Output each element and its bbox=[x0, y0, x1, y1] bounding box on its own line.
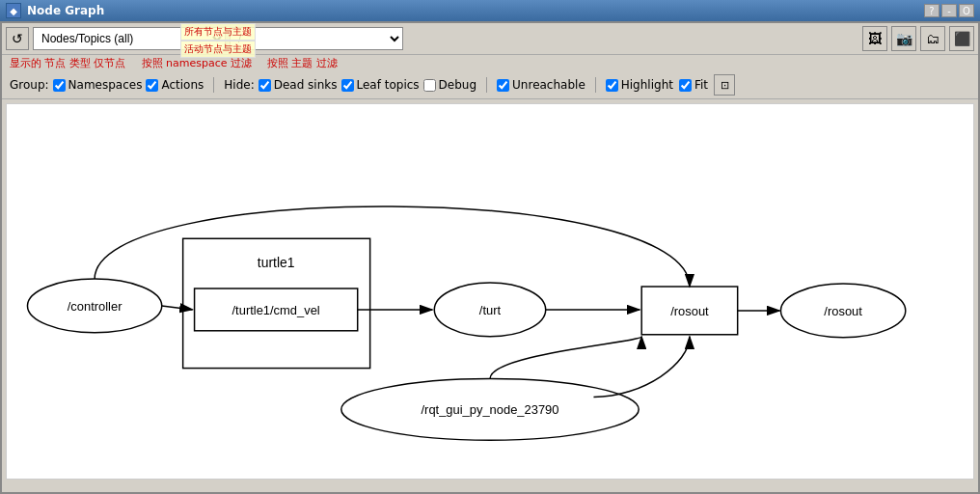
unreachable-checkbox-item[interactable]: Unreachable bbox=[497, 78, 585, 92]
highlight-checkbox[interactable] bbox=[606, 79, 618, 92]
actions-checkbox[interactable] bbox=[146, 79, 158, 92]
toolbar-row2: Group: Namespaces Actions Hide: Dead sin… bbox=[2, 71, 978, 99]
debug-checkbox[interactable] bbox=[423, 79, 436, 92]
fit-checkbox[interactable] bbox=[679, 79, 692, 92]
title-bar: ◆ Node Graph ? - O bbox=[0, 0, 980, 21]
separator3 bbox=[595, 77, 596, 93]
unreachable-checkbox[interactable] bbox=[497, 79, 509, 92]
rqt-gui-label: /rqt_gui_py_node_23790 bbox=[422, 402, 559, 417]
hint-namespace: 按照 namespace 过滤 bbox=[142, 56, 252, 70]
debug-checkbox-item[interactable]: Debug bbox=[423, 78, 476, 92]
hide-section: Hide: Dead sinks Leaf topics Debug bbox=[224, 78, 476, 92]
theme-button[interactable]: ⬛ bbox=[949, 26, 974, 51]
namespaces-checkbox-item[interactable]: Namespaces bbox=[53, 78, 143, 92]
fit-label: Fit bbox=[694, 78, 708, 92]
edge-controller-to-cmd-vel bbox=[162, 306, 193, 310]
hide-label: Hide: bbox=[224, 78, 254, 92]
hint-topic-filter: 按照 主题 过滤 bbox=[267, 56, 338, 70]
window-controls: ? - O bbox=[924, 4, 974, 17]
namespaces-label: Namespaces bbox=[68, 78, 143, 92]
export-button[interactable]: 🗂 bbox=[920, 26, 945, 51]
edge-rqt-to-rosout bbox=[593, 337, 689, 398]
namespaces-checkbox[interactable] bbox=[53, 79, 66, 92]
dead-sinks-checkbox-item[interactable]: Dead sinks bbox=[259, 78, 338, 92]
turt-label: /turt bbox=[479, 303, 502, 317]
dead-sinks-checkbox[interactable] bbox=[259, 79, 271, 92]
graph-area[interactable]: turtle1 /controller /turtle1/cmd_vel /tu… bbox=[6, 103, 974, 480]
group-label: Group: bbox=[10, 78, 49, 92]
refresh-button[interactable]: ↺ bbox=[6, 27, 29, 50]
turtle1-cmd-vel-label: /turtle1/cmd_vel bbox=[232, 303, 320, 317]
help-button[interactable]: ? bbox=[924, 4, 939, 17]
highlight-checkbox-item[interactable]: Highlight bbox=[606, 78, 673, 92]
fit-view-button[interactable]: ⊡ bbox=[714, 74, 735, 96]
rosout-node-label: /rosout bbox=[670, 304, 709, 318]
dead-sinks-label: Dead sinks bbox=[274, 78, 338, 92]
turtle1-group-label: turtle1 bbox=[258, 255, 295, 270]
edge-controller-arc bbox=[95, 206, 690, 287]
highlight-label: Highlight bbox=[621, 78, 673, 92]
toolbar-row1: ↺ Nodes/Topics (all) Nodes only Topics o… bbox=[2, 23, 978, 55]
debug-label: Debug bbox=[439, 78, 476, 92]
actions-checkbox-item[interactable]: Actions bbox=[146, 78, 204, 92]
save-image-button[interactable]: 🖼 bbox=[862, 26, 887, 51]
fit-checkbox-item[interactable]: Fit bbox=[679, 78, 708, 92]
maximize-button[interactable]: O bbox=[959, 4, 974, 17]
minimize-button[interactable]: - bbox=[941, 4, 957, 17]
chinese-hints-row: 显示的 节点 类型 仅节点 按照 namespace 过滤 按照 主题 过滤 bbox=[2, 55, 978, 71]
actions-label: Actions bbox=[161, 78, 204, 92]
separator1 bbox=[213, 77, 214, 93]
group-section: Group: Namespaces Actions bbox=[10, 78, 204, 92]
edge-rqt-to-rosout2 bbox=[490, 337, 641, 379]
screenshot-button[interactable]: 📷 bbox=[891, 26, 916, 51]
nodes-topics-dropdown[interactable]: Nodes/Topics (all) Nodes only Topics onl… bbox=[33, 27, 226, 50]
graph-svg: turtle1 /controller /turtle1/cmd_vel /tu… bbox=[7, 104, 973, 479]
leaf-topics-label: Leaf topics bbox=[357, 78, 420, 92]
app-icon: ◆ bbox=[6, 3, 21, 18]
leaf-topics-checkbox-item[interactable]: Leaf topics bbox=[341, 78, 420, 92]
window-title: Node Graph bbox=[27, 4, 918, 17]
separator2 bbox=[486, 77, 487, 93]
unreachable-label: Unreachable bbox=[512, 78, 585, 92]
leaf-topics-checkbox[interactable] bbox=[341, 79, 354, 92]
main-window: ↺ Nodes/Topics (all) Nodes only Topics o… bbox=[0, 21, 980, 494]
rosout-topic-label: /rosout bbox=[824, 304, 862, 318]
controller-label: /controller bbox=[68, 299, 122, 314]
hint-display-nodes: 显示的 节点 类型 仅节点 bbox=[10, 56, 126, 70]
filter-dropdown[interactable]: / bbox=[230, 27, 403, 50]
